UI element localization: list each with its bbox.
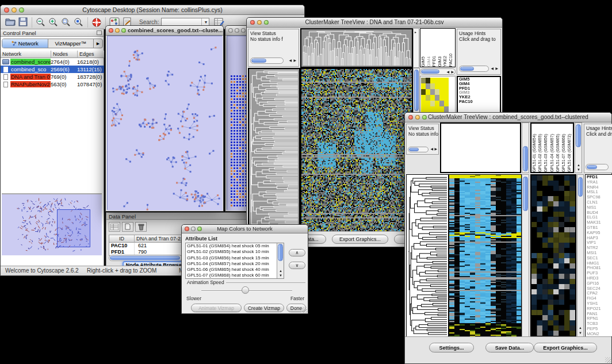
export-graphics-button[interactable]: Export Graphics... [332, 235, 388, 244]
table-row[interactable]: PAC10 621 [109, 243, 189, 249]
scrollbar-thumb[interactable] [409, 148, 419, 151]
column-header[interactable]: Network [1, 51, 51, 58]
scrollbar-thumb[interactable] [587, 165, 597, 169]
network-tree-row[interactable]: combined_scores2764(0)16218(0) [1, 58, 104, 66]
column-label[interactable]: GPL51-01 (GSM854) [531, 134, 537, 172]
delete-attribute-icon[interactable] [135, 222, 147, 232]
export-graphics-button[interactable]: Export Graphics... [534, 343, 597, 352]
attribute-item[interactable]: GPL51-07 (GSM868) heat shock 60 min [186, 273, 276, 278]
column-label[interactable]: GPL51-08 (GSM872) [567, 134, 572, 172]
animation-slider-thumb[interactable] [242, 286, 249, 294]
scroll-down-icon[interactable]: ▼ [577, 168, 580, 171]
column-header[interactable]: DNA and Tran 07-21-06 [135, 235, 189, 243]
treeview2-titlebar[interactable]: ClusterMaker TreeView : combined_scores_… [405, 113, 611, 122]
column-label[interactable]: GIM4 [426, 56, 432, 67]
heatmap-canvas[interactable] [449, 175, 521, 336]
scrollbar-thumb[interactable] [251, 59, 266, 63]
column-label[interactable]: PFD1 [431, 56, 437, 67]
column-dendrogram-canvas[interactable] [301, 29, 412, 67]
resize-grip[interactable] [605, 357, 611, 363]
treeview1-row-dendrogram[interactable] [248, 68, 300, 232]
attribute-item[interactable]: GPL51-04 (GSM857) heat shock 20 min [186, 261, 276, 267]
move-up-button[interactable]: ∧ [289, 249, 305, 256]
column-label[interactable]: GIM5 [420, 56, 426, 67]
scrollbar-thumb[interactable] [414, 70, 419, 111]
usage-hints-hscrollbar[interactable] [586, 164, 609, 170]
data-panel-hscrollbar[interactable] [109, 255, 182, 261]
scroll-up-icon[interactable]: ▲ [579, 326, 582, 329]
column-label[interactable]: GPL51-06 (GSM865) [555, 134, 561, 172]
scrollbar-thumb[interactable] [110, 256, 180, 260]
column-label[interactable]: GPL51-07 (GSM868) [561, 134, 567, 172]
scrollbar-thumb[interactable] [421, 70, 439, 74]
scrollbar-thumb[interactable] [278, 244, 283, 261]
row-dendrogram-canvas[interactable] [249, 69, 299, 231]
network-window-titlebar[interactable]: combined_scores_good.txt--cluste... [106, 26, 223, 36]
view-status-hscrollbar[interactable] [250, 58, 284, 64]
scrollbar-thumb[interactable] [523, 146, 528, 171]
scroll-right-icon[interactable]: ▶ [495, 67, 498, 70]
column-label[interactable]: GPL51-04 (GSM857) [549, 134, 555, 172]
float-panel-icon[interactable] [97, 30, 102, 35]
animate-vizmap-button[interactable]: Animate Vizmap [191, 304, 242, 312]
save-icon[interactable] [17, 17, 29, 28]
scroll-right-icon[interactable]: ▶ [293, 59, 296, 62]
similarity-matrix-canvas[interactable] [421, 78, 449, 112]
treeview1-heatmap[interactable] [300, 68, 413, 232]
treeview2-genelist-vscrollbar[interactable]: ▲ ▼ [577, 174, 584, 337]
network-tree-row[interactable]: DNA and Tran 07769(0)183728(0) [1, 73, 104, 81]
birdseye-canvas[interactable] [2, 194, 102, 255]
save-data-button[interactable]: Save Data... [485, 343, 534, 352]
tab-overflow-button[interactable]: ▶ [93, 39, 102, 48]
minimize-icon[interactable] [115, 28, 120, 33]
attribute-item[interactable]: GPL51-03 (GSM856) heat shock 15 min [186, 255, 276, 261]
column-header[interactable]: Nodes [51, 51, 78, 58]
treeview2-column-dendrogram[interactable] [440, 122, 521, 173]
attribute-item[interactable]: GPL51-02 (GSM855) heat shock 10 min [186, 249, 276, 255]
tab-vizmapper[interactable]: VizMapper™ [48, 39, 94, 48]
scrollbar-thumb[interactable] [578, 177, 583, 197]
move-down-button[interactable]: ∨ [289, 262, 305, 269]
network-view[interactable] [107, 36, 222, 210]
treeview2-top-vscrollbar[interactable] [522, 122, 529, 173]
attribute-item[interactable]: GPL51-01 (GSM854) heat shock 05 min [186, 243, 276, 249]
treeview1-corner-strip[interactable]: ▸ [413, 28, 419, 68]
zoom-heatmap-canvas[interactable] [531, 175, 575, 336]
zoom-selected-icon[interactable] [60, 17, 72, 28]
create-vizmap-button[interactable]: Create Vizmap [244, 304, 284, 312]
scroll-left-icon[interactable]: ◀ [289, 59, 292, 62]
treeview2-zoom-heatmap[interactable] [530, 174, 576, 337]
zoom-window-icon[interactable] [241, 28, 246, 33]
open-folder-icon[interactable] [4, 17, 17, 28]
heatmap-canvas[interactable] [301, 69, 412, 231]
zoom-fit-icon[interactable] [72, 17, 85, 28]
usage-hints-hscrollbar[interactable] [459, 66, 489, 72]
help-ring-icon[interactable] [90, 17, 103, 28]
column-label[interactable]: YKE2 [442, 56, 448, 67]
tab-network[interactable]: Network [2, 39, 48, 48]
row-dendrogram-canvas[interactable] [407, 175, 448, 336]
dialog-titlebar[interactable]: Map Colors to Network [182, 225, 308, 233]
scroll-right-icon[interactable]: ▶ [451, 70, 454, 74]
attribute-list-vscrollbar[interactable]: ▲ ▼ [277, 243, 284, 278]
scroll-left-icon[interactable]: ◀ [491, 67, 494, 70]
column-label[interactable]: PAC10 [448, 53, 454, 67]
control-panel-header[interactable]: Control Panel [1, 29, 104, 37]
treeview1-matrix-hscrollbar[interactable]: ◀▶ [420, 68, 456, 75]
close-icon[interactable] [109, 28, 113, 33]
chevron-down-icon[interactable]: ▼ [204, 20, 208, 24]
new-attribute-icon[interactable] [122, 222, 133, 232]
scroll-left-icon[interactable]: ◀ [430, 147, 433, 151]
column-label[interactable]: GPL51-02 (GSM855) [537, 134, 543, 172]
column-label[interactable]: GIM3 [437, 56, 443, 67]
scroll-up-icon[interactable]: ▲ [577, 163, 580, 167]
column-header[interactable]: ID [109, 235, 135, 243]
scroll-right-icon[interactable]: ▶ [434, 147, 437, 151]
birdseye-view[interactable] [2, 193, 102, 255]
scroll-down-icon[interactable]: ▼ [579, 331, 582, 335]
main-titlebar[interactable]: Cytoscape Desktop (Session Name: collins… [1, 5, 304, 15]
scrollbar-thumb[interactable] [523, 177, 528, 211]
scroll-down-icon[interactable]: ▼ [279, 274, 282, 277]
attribute-item[interactable]: GPL51-06 (GSM865) heat shock 40 min [186, 267, 276, 273]
scroll-up-icon[interactable]: ▲ [279, 269, 282, 273]
